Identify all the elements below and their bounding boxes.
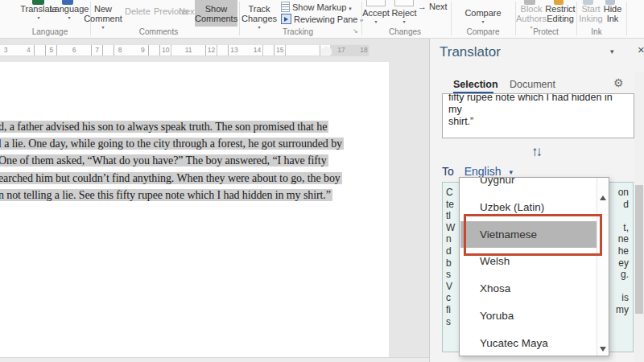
pane-scrollbar[interactable] (634, 72, 644, 362)
ruler-number: 11 (184, 46, 194, 55)
tab-selection[interactable]: Selection (453, 79, 498, 90)
language-option-yucatec-maya[interactable]: Yucatec Maya (460, 330, 597, 356)
document-page[interactable]: d, a father advised his son to always sp… (0, 62, 389, 357)
show-comments-label2: Comments (195, 14, 237, 23)
next-change-icon: → (418, 2, 427, 11)
track-changes-label1: Track (241, 4, 278, 14)
pane-title: Translator (440, 44, 501, 60)
new-comment-button[interactable]: New Comment ▾ (84, 4, 122, 31)
target-language-row: To English ▾ (442, 165, 513, 178)
group-divider (626, 2, 627, 35)
source-text: fifty rupee note which I had hidden in m… (443, 93, 634, 130)
tab-document[interactable]: Document (510, 79, 555, 90)
compare-button[interactable]: Compare ▾ (460, 4, 506, 25)
ruler-number: 18 (358, 46, 369, 55)
ruler-number: 10 (160, 46, 171, 55)
comments-group-label: Comments (118, 27, 199, 36)
new-comment-label1: New (84, 4, 122, 14)
chevron-down-icon: ▾ (388, 19, 420, 25)
new-comment-label2: Comment (84, 14, 122, 23)
block-authors-label1: Block (515, 4, 547, 14)
hide-ink-label2: Ink (599, 14, 626, 23)
ruler-number: 17 (336, 46, 346, 55)
ruler-number: 13 (229, 46, 239, 55)
scroll-down-icon[interactable] (600, 347, 606, 352)
ruler-number: 15 (275, 46, 285, 55)
show-markup-label: Show Markup (292, 2, 346, 12)
pane-close-icon[interactable]: × (638, 43, 644, 56)
source-text-box[interactable]: fifty rupee note which I had hidden in m… (442, 93, 634, 138)
hide-ink-button[interactable]: Hide Ink (599, 4, 626, 23)
translation-text-fragment-left: C te tl W n d b s V c fi s (446, 187, 455, 327)
reject-button[interactable]: Reject ▾ (388, 4, 420, 25)
translation-text-fragment-right: on d t, ne he ey g. is my (616, 187, 629, 316)
selected-paragraph[interactable]: d, a father advised his son to always sp… (0, 118, 389, 204)
annotation-highlight-box (464, 214, 602, 256)
group-divider (239, 2, 240, 35)
show-comments-label1: Show (195, 4, 237, 14)
tracking-group-label: Tracking (258, 27, 338, 36)
target-language-dropdown[interactable]: English (464, 165, 502, 178)
ruler-number: 5 (47, 46, 55, 55)
pane-scrollbar-thumb[interactable] (635, 185, 643, 314)
language-option-yoruba[interactable]: Yoruba (460, 302, 597, 330)
reviewing-pane-icon (281, 14, 291, 24)
language-group-label: Language (10, 27, 90, 36)
chevron-down-icon[interactable]: ▾ (510, 168, 514, 176)
track-changes-label2: Changes (241, 14, 278, 23)
selected-text-line[interactable]: n not telling a lie. See this fifty rupe… (0, 189, 332, 201)
show-markup-button[interactable]: Show Markup ▾ (281, 2, 352, 12)
gear-icon[interactable]: ⚙ (613, 76, 624, 89)
reviewing-pane-label: Reviewing Pane (294, 14, 358, 24)
selected-text-line[interactable]: One of them asked, “What do you have?” T… (0, 154, 328, 167)
ruler-number: 6 (71, 46, 78, 55)
restrict-editing-label2: Editing (544, 14, 576, 23)
ruler-number: 12 (206, 46, 217, 55)
selected-text-line[interactable]: l a lie. One day, while going to the cit… (0, 138, 344, 150)
restrict-editing-button[interactable]: Restrict Editing (544, 4, 576, 23)
swap-languages-icon[interactable]: ↑↓ (531, 144, 540, 160)
dropdown-scrollbar[interactable] (597, 178, 609, 356)
pane-options-chevron-icon[interactable]: ▾ (610, 47, 614, 56)
restrict-editing-label1: Restrict (544, 4, 576, 14)
language-options: UyghurUzbek (Latin)VietnameseWelshXhosaY… (460, 178, 597, 356)
ruler-number: 4 (25, 46, 32, 55)
chevron-down-icon: ▾ (460, 19, 506, 25)
selected-text-line[interactable]: d, a father advised his son to always sp… (0, 121, 328, 133)
delete-button[interactable]: Delete (125, 6, 151, 16)
ruler-number: 14 (252, 46, 262, 55)
changes-group-label: Changes (365, 27, 445, 36)
language-option-uyghur[interactable]: Uyghur (460, 178, 597, 194)
next-change-button[interactable]: →Next (418, 2, 448, 11)
language-option-xhosa[interactable]: Xhosa (460, 275, 597, 302)
to-label: To (442, 165, 454, 178)
ruler-number: 7 (93, 46, 101, 55)
reviewing-pane-button[interactable]: Reviewing Pane ▾ (281, 14, 363, 24)
reject-label: Reject (388, 8, 420, 18)
scroll-up-icon[interactable] (600, 195, 606, 200)
selected-text-line[interactable]: earched him but couldn’t find anything. … (0, 172, 342, 184)
show-comments-button[interactable]: Show Comments (195, 0, 237, 27)
tracking-dialog-launcher[interactable]: ↘ (353, 27, 358, 35)
compare-label: Compare (460, 8, 506, 18)
word-review-window: Translate ▾ Language ▾ Language New Comm… (0, 0, 644, 362)
ruler-number: 9 (139, 46, 147, 55)
ribbon: Translate ▾ Language ▾ Language New Comm… (0, 0, 644, 39)
ruler-number: 3 (2, 46, 10, 55)
ruler-number: 8 (117, 46, 124, 55)
hide-ink-label1: Hide (599, 4, 626, 14)
chevron-down-icon: ▾ (84, 25, 122, 31)
chevron-down-icon: ▾ (349, 6, 352, 11)
language-dropdown-list: UyghurUzbek (Latin)VietnameseWelshXhosaY… (459, 177, 609, 356)
show-markup-icon (281, 2, 290, 12)
ink-group-label: Ink (556, 27, 637, 36)
next-change-label: Next (429, 2, 448, 11)
horizontal-ruler: 34567891011121314151718 (0, 44, 369, 56)
block-authors-label2: Authors (515, 14, 547, 23)
